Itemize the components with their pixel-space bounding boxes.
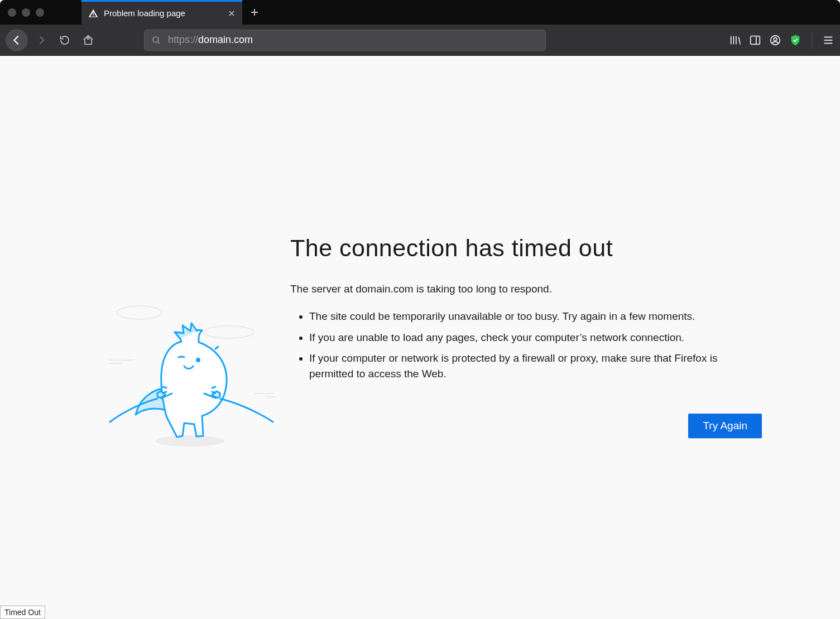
forward-button[interactable] [31, 30, 51, 50]
browser-toolbar: https://domain.com [0, 25, 840, 56]
svg-point-7 [197, 359, 200, 362]
status-footer-label: Timed Out [0, 606, 45, 619]
error-suggestion-item: If your computer or network is protected… [309, 351, 762, 381]
reload-button[interactable] [55, 30, 75, 50]
svg-point-0 [153, 37, 159, 42]
back-button[interactable] [6, 29, 28, 51]
warning-icon [88, 8, 98, 18]
error-title: The connection has timed out [290, 234, 762, 262]
browser-tab-active[interactable]: Problem loading page [81, 0, 242, 25]
hamburger-menu-icon[interactable] [822, 34, 834, 46]
error-container: The connection has timed out The server … [100, 234, 762, 449]
svg-rect-1 [751, 36, 760, 44]
url-scheme: https:// [168, 34, 198, 46]
page-content: The connection has timed out The server … [0, 56, 840, 619]
svg-point-6 [155, 435, 224, 447]
window-close-button[interactable] [8, 8, 16, 17]
library-icon[interactable] [729, 34, 741, 46]
window-controls [8, 0, 74, 25]
window-titlebar: Problem loading page [0, 0, 840, 25]
toolbar-right-icons [729, 32, 834, 49]
url-text: https://domain.com [168, 34, 253, 46]
error-text-block: The connection has timed out The server … [290, 234, 762, 438]
sidebar-icon[interactable] [749, 34, 761, 46]
tab-close-icon[interactable] [228, 9, 236, 17]
search-icon [151, 35, 161, 45]
window-minimize-button[interactable] [22, 8, 30, 17]
new-tab-button[interactable] [242, 0, 267, 25]
try-again-button[interactable]: Try Again [688, 414, 762, 438]
toolbar-divider [812, 32, 812, 49]
error-suggestion-item: The site could be temporarily unavailabl… [309, 309, 762, 324]
error-suggestion-item: If you are unable to load any pages, che… [309, 330, 762, 346]
error-subtitle: The server at domain.com is taking too l… [290, 283, 762, 295]
svg-point-5 [204, 326, 254, 338]
window-zoom-button[interactable] [36, 8, 44, 17]
protection-shield-icon[interactable] [789, 34, 801, 46]
svg-point-3 [774, 37, 777, 41]
home-button[interactable] [78, 30, 98, 50]
account-icon[interactable] [769, 34, 781, 46]
svg-point-4 [117, 306, 162, 319]
error-suggestion-list: The site could be temporarily unavailabl… [290, 309, 762, 381]
url-bar[interactable]: https://domain.com [144, 30, 546, 51]
url-host: domain.com [198, 34, 253, 46]
error-illustration [100, 268, 279, 449]
tab-title: Problem loading page [104, 8, 222, 18]
